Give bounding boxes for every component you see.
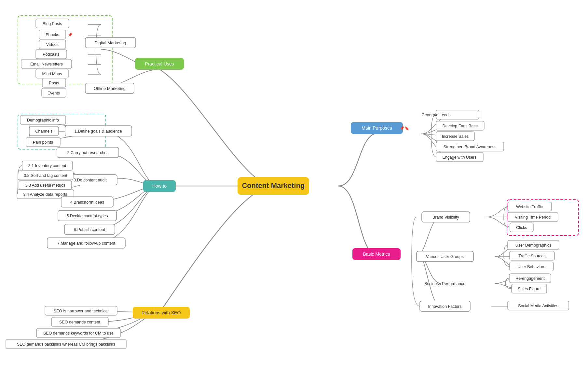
clicks-node: Clicks [510,223,533,232]
events-node: Events [42,88,66,97]
generate-leads-node: Generate Leads [421,110,479,119]
manage-followup-node: 7.Manage and follow-up content [47,238,125,248]
svg-text:SEO demands backlinks whereas : SEO demands backlinks whereas CM brings … [17,342,115,347]
digital-marketing-node: Digital Marketing [85,37,136,48]
how-to-node: How-to [143,180,176,192]
brainstorm-ideas-node: 4.Brainstorm ideas [61,197,113,207]
strengthen-brand-node: Strengthen Brand Awareness [436,142,504,151]
main-purposes-node: Main Purposes 📌🔖 [351,122,409,134]
pain-points-node: Pain points [26,137,60,147]
svg-text:Business Performance: Business Performance [424,281,465,286]
svg-text:Mind Maps: Mind Maps [42,72,62,76]
sort-tag-content-node: 3.2 Sort and tag content [18,171,73,180]
svg-text:Visiting Time Period: Visiting Time Period [515,215,551,220]
svg-text:Events: Events [48,91,60,95]
email-newsletters-node: Email Newsletters [21,59,72,68]
mindmap-svg: Content Marketing Practical Uses Digital… [0,0,588,372]
svg-text:Generate Leads: Generate Leads [421,113,451,117]
svg-text:Ebooks: Ebooks [46,33,59,37]
svg-text:User Demographics: User Demographics [515,243,551,248]
relations-seo-node: Relations with SEO [133,307,190,319]
svg-text:Email Newsletters: Email Newsletters [30,62,63,66]
svg-text:Basic Metrics: Basic Metrics [363,251,390,257]
svg-text:3.4 Analyze data reports: 3.4 Analyze data reports [23,192,67,197]
svg-text:2.Carry out researches: 2.Carry out researches [67,150,108,155]
svg-text:1.Define goals & audience: 1.Define goals & audience [75,129,122,134]
define-goals-node: 1.Define goals & audience [65,126,132,136]
svg-text:7.Manage and follow-up content: 7.Manage and follow-up content [57,241,115,246]
re-engagement-node: Re-engagement [509,274,551,283]
svg-text:Demographic info: Demographic info [27,118,59,122]
svg-text:Blog Posts: Blog Posts [43,21,62,26]
svg-text:Sales Figure: Sales Figure [518,287,540,291]
offline-marketing-node: Offline Marketing [85,83,134,93]
svg-text:Strengthen Brand Awareness: Strengthen Brand Awareness [444,145,496,149]
videos-node: Videos [39,40,66,49]
practical-uses-node: Practical Uses [135,58,184,70]
user-demographics-node: User Demographics [508,240,559,250]
posts-node: Posts [42,78,66,87]
visiting-time-period-node: Visiting Time Period [508,212,558,222]
svg-text:Channels: Channels [35,129,53,134]
inventory-content-node: 3.1 Inventory content [22,161,73,170]
svg-text:Podcasts: Podcasts [43,52,59,57]
add-useful-metrics-node: 3.3 Add useful metrics [19,180,72,190]
svg-text:Relations with SEO: Relations with SEO [142,310,181,315]
ebooks-node: Ebooks 📌 [39,30,73,39]
svg-text:Increase Sales: Increase Sales [442,134,469,139]
carry-researches-node: 2.Carry out researches [57,147,119,158]
business-performance-node: Business Performance [424,281,465,286]
center-node: Content Marketing [238,177,309,195]
svg-text:Engage with Users: Engage with Users [443,155,477,160]
seo-demands-backlinks-node: SEO demands backlinks whereas CM brings … [6,339,126,349]
sales-figure-node: Sales Figure [512,284,547,293]
svg-text:Videos: Videos [46,42,59,47]
svg-text:SEO is narrower and technical: SEO is narrower and technical [54,309,109,313]
demographic-info-node: Demographic info [20,115,66,124]
svg-text:SEO demands keywords for CM to: SEO demands keywords for CM to use [43,331,114,336]
svg-text:User Behaviors: User Behaviors [517,265,545,269]
center-label: Content Marketing [242,181,305,190]
svg-text:Main Purposes: Main Purposes [362,125,392,131]
decide-content-types-node: 5.Decide content types [58,210,116,221]
increase-sales-node: Increase Sales [436,132,474,141]
svg-text:How-to: How-to [152,183,167,189]
digital-marketing-label: Digital Marketing [95,40,126,45]
svg-text:Innovation Factors: Innovation Factors [428,304,462,309]
traffic-sources-node: Traffic Sources [510,251,554,260]
user-behaviors-node: User Behaviors [510,262,554,271]
svg-text:5.Decide content types: 5.Decide content types [66,214,108,218]
website-traffic-node: Website Traffic [508,202,552,211]
social-media-activities-node: Social Media Activities [508,301,569,310]
publish-content-node: 6.Publish content [64,224,115,235]
svg-text:📌: 📌 [68,32,73,37]
innovation-factors-node: Innovation Factors [420,301,470,311]
develop-fans-base-node: Develop Fans Base [436,121,484,130]
svg-text:Re-engagement: Re-engagement [515,276,545,281]
svg-text:Develop Fans Base: Develop Fans Base [442,124,478,128]
svg-text:Posts: Posts [49,81,59,85]
seo-demands-content-node: SEO demands content [51,317,108,326]
channels-node: Channels [29,126,59,136]
podcasts-node: Podcasts [36,50,67,59]
svg-text:4.Brainstorm ideas: 4.Brainstorm ideas [70,200,104,205]
svg-text:Website Traffic: Website Traffic [516,205,543,209]
svg-text:6.Publish content: 6.Publish content [74,227,105,232]
basic-metrics-node: Basic Metrics [352,248,401,260]
svg-text:3.1 Inventory content: 3.1 Inventory content [28,164,66,168]
practical-uses-label: Practical Uses [145,61,174,66]
mind-maps-node: Mind Maps [36,69,68,78]
svg-text:Offline Marketing: Offline Marketing [94,86,126,91]
svg-text:Social Media Activities: Social Media Activities [518,304,558,308]
svg-text:Various User Groups: Various User Groups [426,254,464,259]
seo-demands-keywords-node: SEO demands keywords for CM to use [36,328,120,337]
svg-text:Pain points: Pain points [33,140,53,145]
svg-text:Clicks: Clicks [516,225,527,230]
svg-text:Traffic Sources: Traffic Sources [518,254,545,258]
seo-narrower-node: SEO is narrower and technical [45,306,117,315]
svg-text:3.3 Add useful metrics: 3.3 Add useful metrics [25,183,65,188]
svg-text:📌🔖: 📌🔖 [400,126,409,131]
svg-text:3.2 Sort and tag content: 3.2 Sort and tag content [24,173,67,178]
blog-posts-node: Blog Posts [36,19,69,28]
various-user-groups-node: Various User Groups [417,251,473,262]
